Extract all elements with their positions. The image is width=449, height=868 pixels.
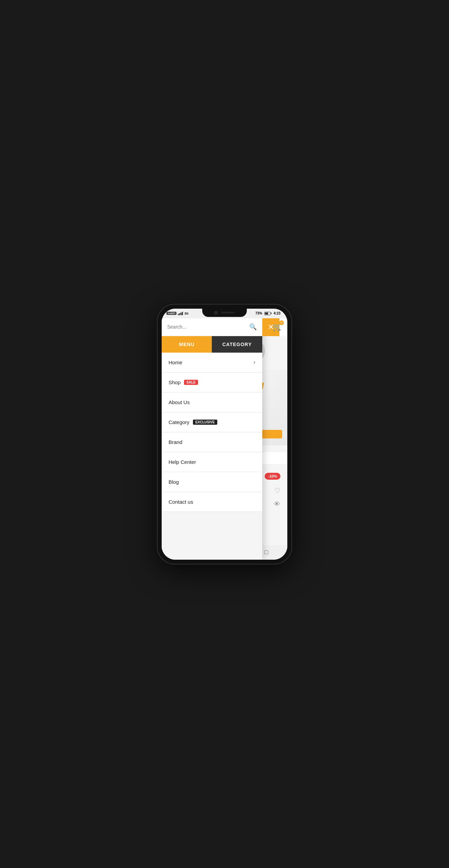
menu-item-blog[interactable]: Blog [162,472,262,492]
tab-menu[interactable]: MENU [162,336,212,353]
signal-icon [178,312,183,315]
menu-item-about-label: About Us [169,399,190,405]
menu-item-blog-label: Blog [169,479,179,485]
front-camera [214,311,218,315]
menu-item-shop-label: Shop [169,379,181,385]
menu-item-home-label: Home [169,359,182,365]
menu-item-shop[interactable]: Shop SALE [162,373,262,392]
tab-category[interactable]: CATEGORY [212,336,262,353]
menu-item-contact-label: Contact us [169,499,193,505]
vowifi-badge: VoWiFi [166,312,176,315]
menu-item-category-label: Category [169,419,189,425]
wishlist-icon[interactable]: ♡ [274,487,280,495]
menu-item-contact[interactable]: Contact us [162,492,262,512]
search-icon[interactable]: 🔍 [249,323,257,331]
chevron-right-icon: › [253,359,255,365]
navigation-drawer: ✕ 🔍 MENU CATEGORY [162,318,262,560]
status-left: VoWiFi 3G [166,312,188,315]
exclusive-badge: EXCLUSIVE [193,420,217,425]
battery-icon [264,312,272,315]
view-icon[interactable]: 👁 [274,500,280,508]
discount-badge: -10% [265,473,280,480]
menu-item-help-label: Help Center [169,459,196,465]
battery-percent: 73% [255,311,262,315]
menu-item-brand[interactable]: Brand [162,432,262,452]
app-content: 🔍 Hacksaw [162,318,287,560]
menu-item-category[interactable]: Category EXCLUSIVE [162,412,262,432]
time: 4:23 [274,311,280,315]
notch [202,309,247,317]
search-input[interactable] [167,324,249,330]
menu-item-about[interactable]: About Us [162,392,262,412]
menu-item-help[interactable]: Help Center [162,452,262,472]
menu-list: Home › Shop SALE About Us [162,353,262,512]
tab-bar: MENU CATEGORY [162,336,262,353]
status-right: 73% 4:23 [255,311,280,315]
speaker [221,312,235,313]
menu-item-brand-label: Brand [169,439,182,445]
cart-badge: 0 [279,320,284,325]
sale-badge: SALE [184,380,198,385]
network-type: 3G [184,312,188,315]
menu-item-home[interactable]: Home › [162,353,262,373]
search-bar[interactable]: 🔍 [162,318,262,336]
cart-wrapper[interactable]: 🛒 0 [272,322,283,333]
recents-button[interactable]: □ [261,547,272,558]
